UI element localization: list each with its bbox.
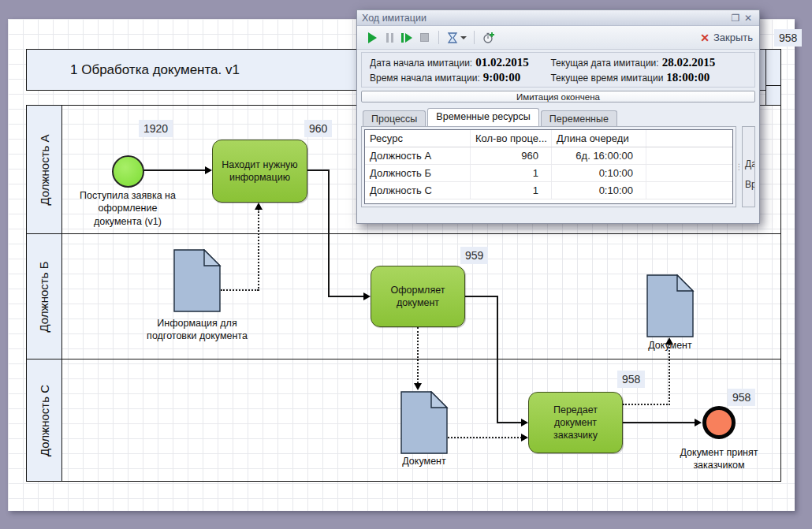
document-info-label: Информация для подготовки документа bbox=[146, 317, 248, 343]
stop-button[interactable] bbox=[415, 29, 433, 47]
lane-label-b[interactable]: Должность Б bbox=[26, 233, 62, 359]
col-resource[interactable]: Ресурс bbox=[365, 130, 471, 147]
stopwatch-plus-icon bbox=[482, 32, 495, 43]
simulation-info-panel: Дата начала имитации: 01.02.2015 Текущая… bbox=[361, 52, 755, 88]
simulation-status-text: Имитация окончена bbox=[516, 92, 600, 102]
assoc-send-to-docsent bbox=[669, 344, 670, 405]
flow-find-to-make bbox=[307, 170, 330, 171]
start-date-label: Дата начала имитации: bbox=[370, 58, 472, 69]
flow-send-to-end bbox=[623, 422, 695, 423]
lane-label-c[interactable]: Должность С bbox=[26, 359, 62, 482]
arrowhead bbox=[414, 383, 422, 390]
start-time-value: 9:00:00 bbox=[483, 71, 521, 84]
toolbar-separator bbox=[438, 31, 439, 44]
play-button[interactable] bbox=[363, 29, 381, 47]
current-date-label: Текущая дата имитации: bbox=[550, 58, 658, 69]
document-info-shape[interactable] bbox=[173, 249, 222, 313]
arrowhead bbox=[521, 434, 528, 441]
chart-side-panel: Да Вр bbox=[742, 126, 755, 207]
current-time-label: Текущее время имитации bbox=[550, 73, 663, 84]
col-empty bbox=[646, 130, 732, 147]
desktop: { "canvas": { "diagram_title": "1 Обрабо… bbox=[0, 0, 812, 529]
resources-table-panel: Ресурс Кол-во проце... Длина очереди Дол… bbox=[361, 126, 736, 207]
lane-label-a[interactable]: Должность А bbox=[26, 105, 62, 234]
assoc-docinfo-to-find bbox=[221, 289, 259, 291]
current-time-value: 18:00:00 bbox=[666, 71, 710, 84]
end-event[interactable] bbox=[702, 406, 736, 439]
flow-make-to-send bbox=[497, 422, 521, 423]
task-send-badge: 958 bbox=[617, 371, 645, 388]
assoc-make-to-docout bbox=[417, 327, 419, 383]
offscreen-badge: 958 bbox=[774, 29, 802, 47]
table-header-row: Ресурс Кол-во проце... Длина очереди bbox=[365, 130, 732, 147]
dialog-title: Ход имитации bbox=[362, 13, 729, 24]
chevron-down-icon bbox=[460, 36, 467, 39]
simulation-dialog: Ход имитации ❐ ✕ ✕ Закрыть bbox=[356, 9, 760, 224]
restore-icon[interactable]: ❐ bbox=[729, 13, 742, 24]
task-find-badge: 960 bbox=[304, 120, 332, 137]
assoc-send-to-docsent bbox=[623, 404, 670, 405]
step-icon bbox=[401, 33, 412, 43]
diagram-right-edge-cell bbox=[765, 49, 781, 106]
arrowhead bbox=[521, 419, 528, 427]
speed-button[interactable] bbox=[445, 29, 468, 47]
simulation-progressbar: Имитация окончена bbox=[361, 91, 755, 102]
resources-table[interactable]: Ресурс Кол-во проце... Длина очереди Дол… bbox=[364, 129, 733, 204]
col-queue-length[interactable]: Длина очереди bbox=[552, 130, 646, 147]
arrowhead bbox=[255, 203, 263, 210]
assoc-docout-to-send bbox=[448, 437, 522, 438]
flow-start-to-find bbox=[143, 170, 206, 171]
close-icon[interactable]: ✕ bbox=[742, 13, 754, 24]
dialog-toolbar: ✕ Закрыть bbox=[357, 26, 759, 50]
document-out-label: Документ bbox=[377, 455, 471, 468]
task-make-badge: 959 bbox=[460, 247, 488, 264]
tab-processes[interactable]: Процессы bbox=[363, 110, 426, 126]
close-x-icon: ✕ bbox=[700, 32, 710, 44]
document-sent-shape[interactable] bbox=[646, 274, 695, 338]
start-time-label: Время начала имитации: bbox=[370, 73, 480, 84]
arrowhead bbox=[363, 292, 371, 300]
table-row[interactable]: Должность Б 1 0:10:00 bbox=[365, 165, 732, 182]
document-sent-label: Документ bbox=[623, 339, 717, 352]
start-event-label: Поступила заявка на оформление документа… bbox=[76, 189, 179, 228]
flow-find-to-make bbox=[328, 296, 363, 297]
start-date-value: 01.02.2015 bbox=[475, 56, 529, 69]
close-simulation-label: Закрыть bbox=[713, 32, 753, 43]
task-find-info[interactable]: Находит нужную информацию bbox=[212, 140, 307, 203]
start-event-badge: 1920 bbox=[139, 120, 173, 137]
lane-border bbox=[26, 481, 781, 482]
table-row[interactable]: Должность А 960 6д. 16:00:00 bbox=[365, 147, 732, 165]
play-icon bbox=[368, 32, 377, 43]
tab-variables[interactable]: Переменные bbox=[541, 110, 617, 126]
step-button[interactable] bbox=[398, 29, 415, 47]
hourglass-icon bbox=[447, 32, 458, 43]
dialog-tabs: Процессы Временные ресурсы Переменные bbox=[363, 109, 759, 126]
side-item-date[interactable]: Да bbox=[743, 155, 754, 176]
diagram-title: 1 Обработка документа. v1 bbox=[70, 62, 240, 78]
lane-border bbox=[26, 233, 781, 234]
toolbar-separator bbox=[474, 31, 475, 44]
table-row[interactable]: Должность С 1 0:10:00 bbox=[365, 182, 732, 199]
end-event-badge: 958 bbox=[728, 389, 755, 406]
close-simulation-button[interactable]: ✕ Закрыть bbox=[700, 32, 753, 44]
tab-time-resources[interactable]: Временные ресурсы bbox=[427, 108, 538, 126]
task-make-doc[interactable]: Оформляет документ bbox=[371, 266, 465, 327]
arrowhead bbox=[695, 419, 702, 427]
assoc-docinfo-to-find bbox=[258, 209, 259, 291]
current-date-value: 28.02.2015 bbox=[662, 56, 716, 69]
dialog-titlebar[interactable]: Ход имитации ❐ ✕ bbox=[357, 10, 759, 26]
col-process-count[interactable]: Кол-во проце... bbox=[471, 130, 552, 147]
flow-find-to-make bbox=[328, 170, 330, 296]
pause-button[interactable] bbox=[381, 29, 398, 47]
side-item-time[interactable]: Вр bbox=[743, 176, 754, 196]
resources-table-wrap: Ресурс Кол-во проце... Длина очереди Дол… bbox=[361, 126, 755, 207]
flow-make-to-send bbox=[497, 296, 498, 423]
add-timer-button[interactable] bbox=[480, 29, 497, 47]
panel-splitter[interactable]: ⋮ bbox=[736, 126, 742, 207]
task-send-doc[interactable]: Передает документ заказчику bbox=[528, 392, 623, 453]
arrowhead bbox=[205, 166, 212, 174]
document-out-shape[interactable] bbox=[400, 391, 449, 455]
diagram-right-border bbox=[780, 49, 781, 482]
start-event[interactable] bbox=[112, 155, 144, 188]
end-event-label: Документ принят заказчиком bbox=[664, 446, 774, 472]
